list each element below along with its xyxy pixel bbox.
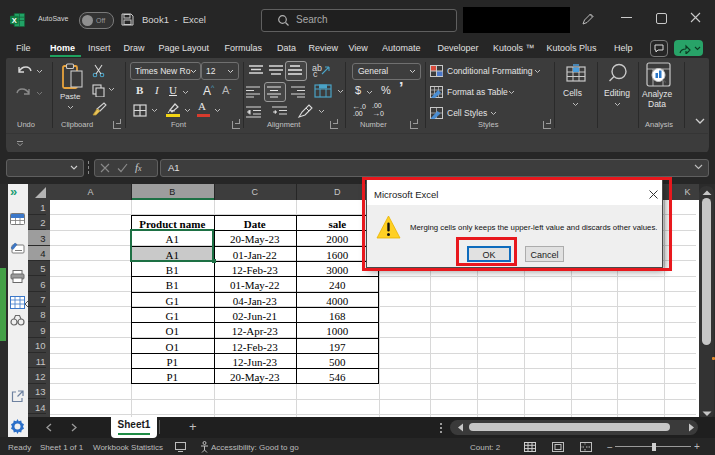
svg-text:X: X — [12, 16, 17, 25]
